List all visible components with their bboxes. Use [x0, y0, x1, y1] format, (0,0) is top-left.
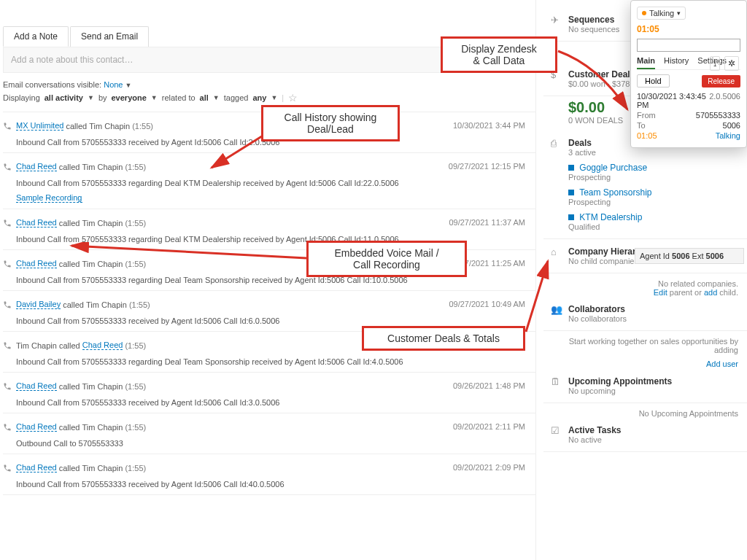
callout-zendesk: Display Zendesk& Call Data [441, 36, 557, 73]
deal-badge-icon [568, 214, 574, 220]
hierarchy-icon: ⌂ [551, 246, 564, 265]
tasks-icon: ☑ [551, 425, 564, 444]
elapsed-time: 01:05 [637, 131, 657, 140]
popup-tab-main[interactable]: Main [637, 56, 655, 69]
deal-item[interactable]: Goggle Purchase Prospecting [568, 163, 743, 182]
activity-timestamp: 10/30/2021 3:44 PM [453, 121, 525, 130]
add-user-link[interactable]: Add user [706, 359, 738, 368]
email-visibility[interactable]: Email conversations visible: None ▼ [3, 80, 535, 89]
call-state: Talking [716, 131, 740, 140]
call-popup: Talking ▾ 01:05 ⟟ ✲ Main History Setting… [630, 0, 747, 148]
deals-icon: ⎙ [551, 138, 564, 231]
dial-input[interactable] [637, 39, 740, 52]
activity-detail: Inbound Call from 5705553333 regarding D… [3, 350, 535, 366]
activity-detail: Inbound Call from 5705553333 received by… [3, 309, 535, 325]
activity-detail: Outbound Call to 5705553333 [3, 432, 535, 448]
deal-item[interactable]: KTM Dealership Qualified [568, 212, 743, 231]
collaborators-title: Collaborators [568, 304, 743, 314]
deal-item[interactable]: Team Sponsorship Prospecting [568, 187, 743, 206]
activity-detail: Inbound Call from 5705553333 received by… [3, 391, 535, 407]
call-seq: 2.0.5006 [709, 92, 740, 109]
activity-item: Chad Reed called Tim Chapin (1:55) 09/26… [3, 372, 535, 413]
activity-timestamp: 09/27/2021 12:15 PM [449, 162, 525, 171]
tab-send-email[interactable]: Send an Email [70, 26, 149, 47]
activity-timestamp: 09/27/2021 10:49 AM [449, 300, 525, 308]
popup-tab-history[interactable]: History [664, 56, 689, 69]
hold-button[interactable]: Hold [637, 74, 670, 88]
callout-recording: Embedded Voice Mail /Call Recording [306, 241, 467, 277]
add-child-link[interactable]: add [704, 288, 717, 297]
upcoming-title: Upcoming Appointments [568, 376, 743, 386]
sequences-icon: ✈ [551, 15, 564, 34]
activity-item: Chad Reed called Tim Chapin (1:55) 09/20… [3, 454, 535, 495]
activity-filters[interactable]: Displaying all activity▼ by everyone▼ re… [3, 92, 535, 104]
upcoming-none: No Upcoming Appointments [543, 403, 747, 418]
settings-icon[interactable]: ✲ [724, 56, 739, 71]
activity-timestamp: 09/26/2021 1:48 PM [453, 381, 525, 390]
agent-footer: Agent Id 5006 Ext 5006 [635, 248, 744, 264]
call-timer: 01:05 [637, 24, 740, 34]
call-datetime: 10/30/2021 3:43:45 PM [637, 92, 709, 109]
tab-add-note[interactable]: Add a Note [3, 26, 69, 47]
activity-item: Chad Reed called Tim Chapin (1:55) 09/27… [3, 152, 535, 209]
to-number: 5006 [723, 121, 740, 130]
collaborators-sub: No collaborators [568, 314, 743, 323]
activity-detail: Inbound Call from 5705553333 regarding D… [3, 171, 535, 187]
activity-item: Chad Reed called Tim Chapin (1:55) 09/20… [3, 413, 535, 454]
activity-timestamp: 09/20/2021 2:09 PM [453, 463, 525, 472]
no-related-text: No related companies. [658, 279, 738, 288]
edit-parent-link[interactable]: Edit [654, 288, 667, 297]
star-icon[interactable]: ☆ [288, 92, 298, 104]
status-pill[interactable]: Talking ▾ [637, 7, 686, 20]
activity-timestamp: 09/27/2021 11:37 AM [449, 218, 525, 227]
release-button[interactable]: Release [702, 75, 740, 88]
collaborators-icon: 👥 [551, 304, 564, 323]
tasks-title: Active Tasks [568, 425, 743, 435]
tasks-sub: No active [568, 435, 743, 444]
upcoming-sub: No upcoming [568, 386, 743, 395]
callout-history: Call History showingDeal/Lead [261, 105, 400, 141]
recording-link[interactable]: Sample Recording [16, 193, 82, 203]
activity-timestamp: 09/20/2021 2:11 PM [453, 422, 525, 431]
transfer-icon[interactable]: ⟟ [710, 56, 720, 71]
deal-badge-icon [568, 165, 574, 171]
callout-deals: Customer Deals & Totals [362, 326, 525, 351]
deals-sub: 3 active [568, 148, 743, 157]
from-number: 5705553333 [696, 111, 740, 120]
activity-detail: Inbound Call from 5705553333 received by… [3, 472, 535, 489]
calendar-icon: 🗓 [551, 376, 564, 395]
deal-badge-icon [568, 190, 574, 195]
collaborators-hint: Start working together on sales opportun… [543, 331, 747, 354]
